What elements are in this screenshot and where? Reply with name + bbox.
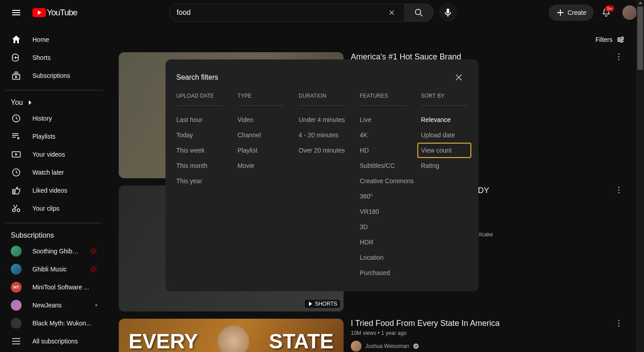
filter-option-3d[interactable]: 3D bbox=[360, 219, 407, 235]
sidebar-subscription-item[interactable]: Black Myth: Wukon... bbox=[5, 314, 103, 332]
header-left: YouTube bbox=[7, 4, 77, 22]
result-title[interactable]: I Tried Food From Every State In America bbox=[351, 319, 607, 328]
channel-avatar bbox=[11, 246, 22, 257]
sidebar-item-your-clips[interactable]: Your clips bbox=[5, 199, 103, 217]
filter-option-vr180[interactable]: VR180 bbox=[360, 204, 407, 219]
filter-option-playlist[interactable]: Playlist bbox=[237, 143, 284, 158]
svg-point-22 bbox=[618, 325, 620, 327]
search-container bbox=[169, 4, 457, 22]
svg-point-13 bbox=[618, 54, 620, 55]
filter-option-today[interactable]: Today bbox=[176, 127, 223, 143]
channel-avatar bbox=[11, 318, 22, 329]
voice-search-button[interactable] bbox=[439, 4, 457, 22]
filter-option-creative-commons[interactable]: Creative Commons bbox=[360, 173, 407, 189]
sidebar-item-playlists[interactable]: Playlists bbox=[5, 127, 103, 145]
filter-option-location[interactable]: Location bbox=[360, 250, 407, 265]
scrollbar-thumb[interactable] bbox=[637, 7, 643, 70]
svg-point-20 bbox=[618, 320, 620, 321]
sidebar-subscription-item[interactable]: Soothing Ghibli P... bbox=[5, 242, 103, 260]
result-channel[interactable]: Joshua Weissman bbox=[351, 341, 607, 352]
filter-option-purchased[interactable]: Purchased bbox=[360, 265, 407, 280]
nav-label: Home bbox=[32, 36, 49, 43]
filter-option-rating[interactable]: Rating bbox=[421, 158, 468, 173]
you-header[interactable]: You bbox=[5, 96, 103, 109]
nav-label: Playlists bbox=[32, 133, 55, 140]
youtube-wordmark: YouTube bbox=[47, 8, 77, 18]
sidebar-item-home[interactable]: Home bbox=[5, 31, 103, 49]
svg-point-4 bbox=[13, 209, 15, 212]
subscriptions-icon bbox=[11, 70, 22, 81]
close-modal-button[interactable] bbox=[450, 68, 468, 86]
filter-option-upload-date[interactable]: Upload date bbox=[421, 127, 468, 143]
sidebar-item-subscriptions[interactable]: Subscriptions bbox=[5, 67, 103, 85]
live-icon bbox=[90, 266, 97, 273]
sidebar-subscription-item[interactable]: All subscriptions bbox=[5, 332, 103, 350]
filter-option-4k[interactable]: 4K bbox=[360, 127, 407, 143]
svg-point-8 bbox=[92, 268, 95, 271]
more-vertical-icon bbox=[614, 185, 623, 194]
sidebar-subscription-item[interactable]: NewJeans bbox=[5, 296, 103, 314]
svg-point-12 bbox=[621, 41, 622, 42]
clear-search-button[interactable] bbox=[386, 7, 397, 18]
filter-option-over-20-minutes[interactable]: Over 20 minutes bbox=[299, 143, 345, 158]
filter-option-video[interactable]: Video bbox=[237, 112, 284, 127]
result-meta: 10M views • 1 year ago bbox=[351, 330, 607, 336]
filter-option-360-[interactable]: 360° bbox=[360, 189, 407, 204]
svg-point-9 bbox=[91, 266, 96, 272]
svg-point-5 bbox=[17, 209, 20, 212]
menu-icon bbox=[11, 7, 22, 18]
filter-option-subtitles-cc[interactable]: Subtitles/CC bbox=[360, 158, 407, 173]
subscription-label: Ghibli Music bbox=[32, 266, 79, 273]
scroll-up-arrow[interactable] bbox=[637, 0, 643, 6]
filter-column-header: FEATURES bbox=[360, 93, 407, 106]
filter-option-hd[interactable]: HD bbox=[360, 143, 407, 158]
sidebar-subscription-item[interactable]: Ghibli Music bbox=[5, 260, 103, 278]
sidebar-item-liked-videos[interactable]: Liked videos bbox=[5, 181, 103, 199]
shorts-icon bbox=[308, 301, 313, 307]
youtube-logo[interactable]: YouTube bbox=[32, 8, 77, 18]
create-button[interactable]: Create bbox=[549, 5, 594, 21]
shorts-icon bbox=[11, 52, 22, 63]
sidebar-item-watch-later[interactable]: Watch later bbox=[5, 163, 103, 181]
filter-option-movie[interactable]: Movie bbox=[237, 158, 284, 173]
filters-button[interactable]: Filters bbox=[595, 32, 625, 47]
scrollbar-track[interactable] bbox=[636, 0, 644, 352]
hamburger-menu-button[interactable] bbox=[7, 4, 25, 22]
plus-icon bbox=[556, 8, 565, 17]
filter-option-4-20-minutes[interactable]: 4 - 20 minutes bbox=[299, 127, 345, 143]
sidebar-item-shorts[interactable]: Shorts bbox=[5, 49, 103, 67]
notification-badge: 9+ bbox=[605, 5, 614, 12]
filter-option-under-4-minutes[interactable]: Under 4 minutes bbox=[299, 112, 345, 127]
search-button[interactable] bbox=[405, 4, 434, 22]
result-menu-button[interactable] bbox=[614, 319, 625, 352]
filter-option-this-year[interactable]: This year bbox=[176, 173, 223, 189]
filter-option-last-hour[interactable]: Last hour bbox=[176, 112, 223, 127]
subscription-label: MiniTool Software ... bbox=[32, 284, 97, 291]
filter-option-view-count[interactable]: View count bbox=[417, 143, 471, 158]
filter-option-hdr[interactable]: HDR bbox=[360, 235, 407, 250]
video-thumbnail[interactable]: EVERY STATE bbox=[119, 319, 344, 352]
filter-option-live[interactable]: Live bbox=[360, 112, 407, 127]
filter-option-channel[interactable]: Channel bbox=[237, 127, 284, 143]
sidebar-item-history[interactable]: History bbox=[5, 109, 103, 127]
shorts-badge: SHORTS bbox=[305, 300, 340, 308]
filter-option-relevance[interactable]: Relevance bbox=[421, 112, 468, 127]
filter-column-header: SORT BY bbox=[421, 93, 468, 106]
header: YouTube Create 9+ bbox=[0, 0, 644, 25]
nav-label: Your videos bbox=[32, 151, 65, 158]
modal-header: Search filters bbox=[176, 68, 468, 86]
sidebar-item-your-videos[interactable]: Your videos bbox=[5, 145, 103, 163]
sidebar-subscription-item[interactable]: MTMiniTool Software ... bbox=[5, 278, 103, 296]
account-avatar[interactable] bbox=[622, 5, 637, 20]
search-filters-modal: Search filters UPLOAD DATELast hourToday… bbox=[165, 59, 479, 291]
close-icon bbox=[453, 72, 464, 83]
filter-option-this-month[interactable]: This month bbox=[176, 158, 223, 173]
notifications-button[interactable]: 9+ bbox=[597, 4, 615, 22]
search-input[interactable] bbox=[177, 9, 386, 17]
filter-column-header: UPLOAD DATE bbox=[176, 93, 223, 106]
svg-point-15 bbox=[618, 59, 620, 60]
result-menu-button[interactable] bbox=[614, 185, 625, 311]
filter-option-this-week[interactable]: This week bbox=[176, 143, 223, 158]
create-label: Create bbox=[568, 9, 586, 16]
result-menu-button[interactable] bbox=[614, 52, 625, 178]
